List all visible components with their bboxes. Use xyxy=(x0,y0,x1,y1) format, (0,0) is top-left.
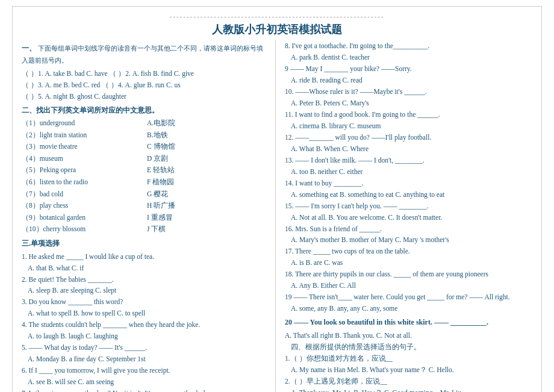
r-item-28: A. My name is Han Mel. B. What's your na… xyxy=(291,364,532,376)
section3-title: 三.单项选择 xyxy=(22,238,269,250)
match-right: A.电影院 B.地铁 C 博物馆 D 京剧 E 轻轨站 F 植物园 G 樱花 H… xyxy=(147,117,269,235)
r-item-22: 19 —— There isn't____ water here. Could … xyxy=(285,291,532,303)
r-item-30: A. Thank you. Mr. Li. B. How？ C. Good mo… xyxy=(291,387,532,392)
r-item-27: 1.（ ）你想知道对方姓名，应说__ xyxy=(285,353,532,364)
s3-item-2: 2. Be quiet! The babies _______. xyxy=(22,274,269,285)
match-right-8: I 重感冒 xyxy=(147,212,269,224)
match-right-3: D 京剧 xyxy=(147,153,269,165)
match-right-6: G 樱花 xyxy=(147,188,269,201)
r-item-4: 10. ——Whose ruler is it? ——Maybe it's __… xyxy=(285,86,532,98)
r-item-8: 12. ——_______ will you do? ——I'll play f… xyxy=(285,132,532,143)
r-item-18: 17. There _____ two cups of tea on the t… xyxy=(285,246,532,257)
s3-item-6: 4. The students couldn't help _______ wh… xyxy=(22,319,269,331)
match-right-1: B.地铁 xyxy=(147,129,269,142)
s3-item-1: A. that B. what C. if xyxy=(28,263,269,274)
match-left-8: （9）botanical garden xyxy=(22,212,144,224)
top-line: ----------------------------------------… xyxy=(22,13,532,20)
match-right-7: H 听广播 xyxy=(147,200,269,212)
match-left-5: （6）listen to the radio xyxy=(22,176,144,188)
r-item-21: A. Any B. Either C. All xyxy=(291,280,532,291)
r-item-14: 15. —— I'm sorry I can't help you. —— __… xyxy=(285,201,532,212)
match-left-4: （5）Peking opera xyxy=(22,164,144,176)
r-item-13: A. something eat B. something to eat C. … xyxy=(291,189,532,201)
s1-item-0: （ ）1. A. take B. bad C. have （ ）2. A. fi… xyxy=(22,68,269,79)
match-right-4: E 轻轨站 xyxy=(147,164,269,176)
section1-title: 一、 下面每组单词中划线字母的读音有一个与其他二个不同，请将这单词的标号填入题前… xyxy=(22,43,269,67)
match-right-2: C 博物馆 xyxy=(147,141,269,153)
section1-desc: 下面每组单词中划线字母的读音有一个与其他二个不同，请将这单词的标号填入题前括号内… xyxy=(22,45,263,64)
r-item-6: 11. I want to find a good book. I'm goin… xyxy=(285,109,532,120)
r-item-20: 18. There are thirty pupils in our class… xyxy=(285,269,532,280)
page-container: ----------------------------------------… xyxy=(12,6,542,392)
match-section: （1）underground （2）light train station （3… xyxy=(22,117,269,235)
r-item-19: A. is B. are C. was xyxy=(291,257,532,269)
r-item-17: A. Mary's mother B. mother of Mary C. Ma… xyxy=(291,234,532,246)
r-item-1: A. park B. dentist C. teacher xyxy=(291,52,532,63)
r-item-2: 9 —— May I _______ your bike? ——Sorry. xyxy=(285,63,532,75)
s1-item-2: （ ）5. A. night B. ghost C. daughter xyxy=(22,91,269,102)
s3-item-4: 3. Do you know _______ this word? xyxy=(22,296,269,308)
s3-item-12: 7. Is the cat ________ the door? No, it … xyxy=(22,388,269,392)
r-item-5: A. Peter B. Peters C. Mary's xyxy=(291,98,532,109)
s3-item-3: A. sleep B. are sleeping C. slept xyxy=(28,285,269,296)
match-left-6: （7）bad cold xyxy=(22,188,144,201)
r-item-7: A. cinema B. library C. museum xyxy=(291,120,532,132)
s3-item-11: A. see B. will see C. am seeing xyxy=(28,376,269,388)
match-left-3: （4）museum xyxy=(22,153,144,165)
right-column: 8. I've got a toothache. I'm going to th… xyxy=(282,40,532,392)
s3-item-9: A. Monday B. a fine day C. September 1st xyxy=(28,353,269,365)
r-item-3: A. ride B. reading C. read xyxy=(291,75,532,86)
s3-item-0: 1. He asked me _____ I would like a cup … xyxy=(22,251,269,263)
r-item-29: 2.（ ）早上遇见 刘老师，应说__ xyxy=(285,376,532,387)
match-left-0: （1）underground xyxy=(22,117,144,129)
r-item-16: 16. Mrs. Sun is a friend of ______. xyxy=(285,223,532,235)
match-left-2: （3）movie theatre xyxy=(22,141,144,153)
r-item-26: 四、根据所提供的情景选择适当的句子。 xyxy=(291,341,532,353)
section2-title: 二、找出下列英文单词所对应的中文意思。 xyxy=(22,105,269,117)
match-right-9: J 下棋 xyxy=(147,223,269,235)
left-column: 一、 下面每组单词中划线字母的读音有一个与其他二个不同，请将这单词的标号填入题前… xyxy=(22,40,276,392)
match-left-7: （8）play chess xyxy=(22,200,144,212)
r-section4-title: 20 —— You look so beautiful in this whit… xyxy=(285,317,532,329)
r-item-11: A. too B. neither C. either xyxy=(291,166,532,178)
r-item-15: A. Not at all. B. You are welcome. C. It… xyxy=(291,212,532,223)
content-wrapper: 一、 下面每组单词中划线字母的读音有一个与其他二个不同，请将这单词的标号填入题前… xyxy=(22,40,532,392)
s3-item-10: 6. If I ____ you tomorrow, I will give y… xyxy=(22,365,269,376)
r-item-25: A. That's all right B. Thank you. C. Not… xyxy=(285,330,532,341)
match-left: （1）underground （2）light train station （3… xyxy=(22,117,144,235)
r-item-9: A. What B. When C. Where xyxy=(291,143,532,155)
s1-item-1: （ ）3. A. me B. bed C. red （ ）4. A. glue … xyxy=(22,79,269,91)
match-left-9: （10）cherry blossom xyxy=(22,223,144,235)
match-right-5: F 植物园 xyxy=(147,176,269,188)
match-left-1: （2）light train station xyxy=(22,129,144,142)
main-title: 人教版小升初英语模拟试题 xyxy=(22,22,532,37)
r-item-23: A. some, any B. any, any C. any, some xyxy=(291,303,532,314)
r-item-12: 14. I want to buy ________. xyxy=(285,178,532,189)
s3-item-5: A. what to spell B. how to spell C. to s… xyxy=(28,308,269,319)
s3-item-7: A. to laugh B. laugh C. laughing xyxy=(28,331,269,342)
s3-item-8: 5. —— What day is today? —— It's ______. xyxy=(22,342,269,353)
r-item-10: 13. —— I don't like milk. —— I don't, __… xyxy=(285,155,532,166)
match-right-0: A.电影院 xyxy=(147,117,269,129)
r-item-0: 8. I've got a toothache. I'm going to th… xyxy=(285,40,532,52)
